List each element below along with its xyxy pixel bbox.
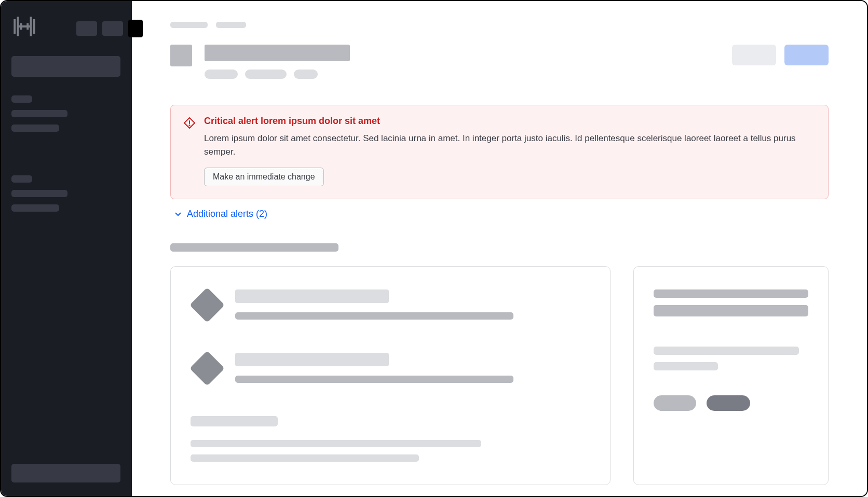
sidebar-item-2[interactable] [11,125,59,132]
subsection-line-1 [191,440,481,447]
alert-title: Critical alert lorem ipsum dolor sit ame… [204,116,816,127]
sidebar-group2-header [11,175,32,183]
alert-description: Lorem ipsum dolor sit amet consectetur. … [204,132,816,158]
main-content: Critical alert lorem ipsum dolor sit ame… [132,1,867,496]
alert-action-button[interactable]: Make an immediate change [204,168,324,186]
feature-icon-1 [189,287,225,323]
chevron-down-icon [173,210,183,219]
additional-alerts-label: Additional alerts (2) [187,209,267,219]
meta-pill-3 [294,70,318,79]
breadcrumb-item-2[interactable] [216,22,246,28]
svg-point-1 [189,125,189,126]
sidebar [1,1,132,496]
meta-pill-1 [205,70,238,79]
feature-title-1 [235,289,389,303]
sidebar-footer-item[interactable] [11,464,120,482]
subsection-line-2 [191,454,419,462]
page-header [170,45,829,79]
sidebar-tab-active[interactable] [128,20,143,37]
feature-desc-2 [235,376,513,383]
sidebar-item-4[interactable] [11,204,59,212]
breadcrumb-item-1[interactable] [170,22,208,28]
feature-row-1 [191,289,590,320]
sidebar-item-1[interactable] [11,110,67,117]
sidebar-tab-1[interactable] [76,21,97,36]
side-line-1 [654,289,808,298]
feature-desc-1 [235,312,513,320]
feature-icon-2 [189,351,225,386]
meta-pill-2 [245,70,287,79]
side-pill-row [654,395,808,411]
page-icon [170,45,192,66]
feature-row-2 [191,353,590,383]
sidebar-item-3[interactable] [11,190,67,197]
main-card [170,266,611,485]
side-line-3 [654,347,799,355]
hashicorp-logo [11,13,37,39]
side-pill-1[interactable] [654,395,696,411]
side-pill-2[interactable] [707,395,750,411]
secondary-action-button[interactable] [732,45,776,65]
primary-action-button[interactable] [784,45,829,65]
sidebar-context-selector[interactable] [11,56,120,77]
sidebar-group1-header [11,95,32,103]
side-line-2 [654,305,808,316]
subsection-heading [191,416,278,426]
sidebar-top-tabs [76,20,143,37]
sidebar-tab-2[interactable] [102,21,123,36]
side-card [633,266,829,485]
alert-diamond-icon [183,117,196,129]
page-title [205,45,350,61]
breadcrumb [170,22,829,28]
section-heading [170,243,338,252]
feature-title-2 [235,353,389,366]
critical-alert: Critical alert lorem ipsum dolor sit ame… [170,105,829,199]
header-actions [732,45,829,65]
cards-row [170,266,829,485]
side-line-4 [654,362,718,370]
additional-alerts-toggle[interactable]: Additional alerts (2) [170,209,829,219]
page-meta [205,70,350,79]
